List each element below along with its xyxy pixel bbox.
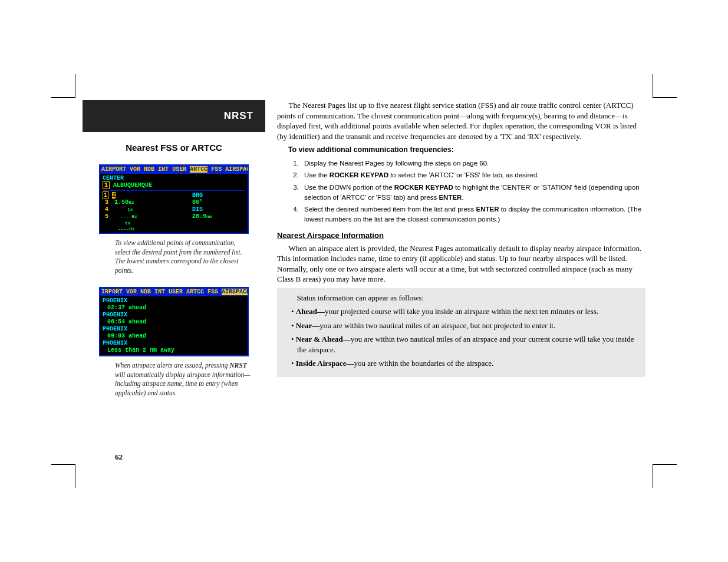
step-3: Use the DOWN portion of the ROCKER KEYPA… (301, 183, 645, 203)
device-screen-artcc: AIRPORT VOR NDB INT USER ARTCC FSS AIRSP… (99, 164, 249, 234)
status-near-ahead: Near & Ahead—you are within two nautical… (291, 334, 637, 355)
crop-mark-br (653, 464, 677, 488)
page-content: NRST Nearest FSS or ARTCC AIRPORT VOR ND… (83, 100, 645, 462)
screen2-active-tab: AIRSPACE (222, 289, 248, 295)
screen2-tabs: IRPORT VOR NDB INT USER ARTCC FSS AIRSPA… (100, 288, 248, 296)
left-column: NRST Nearest FSS or ARTCC AIRPORT VOR ND… (83, 100, 265, 398)
dis-value: 28.9 (192, 213, 206, 220)
page-number: 62 (115, 452, 123, 462)
center-name: 1 ALBUQUERQUE (103, 182, 245, 189)
crop-mark-tr (653, 74, 677, 98)
brg-label: BRG (192, 192, 245, 199)
airspace-row-3: PHOENIXLess than 2 nm away (103, 340, 245, 354)
intro-paragraph: The Nearest Pages list up to five neares… (277, 100, 645, 141)
section-header: NRST (83, 100, 265, 132)
step-1: Display the Nearest Pages by following t… (301, 158, 645, 168)
device-screen-airspace: IRPORT VOR NDB INT USER ARTCC FSS AIRSPA… (99, 287, 249, 356)
status-lead: Status information can appear as follows… (285, 293, 637, 303)
crop-mark-tl (51, 74, 75, 98)
step-2: Use the ROCKER KEYPAD to select the 'ART… (301, 170, 645, 180)
caption-2: When airspace alerts are issued, pressin… (83, 361, 265, 398)
status-near: Near—you are within two nautical miles o… (291, 320, 637, 331)
brg-value: 86° (192, 199, 245, 206)
status-list: Ahead—your projected course will take yo… (285, 306, 637, 369)
screen1-active-tab: ARTCC (190, 166, 207, 173)
step-4: Select the desired numbered item from th… (301, 204, 645, 225)
status-ahead: Ahead—your projected course will take yo… (291, 306, 637, 317)
airspace-row-0: PHOENIX02:37 ahead (103, 297, 245, 312)
nrst-key-ref: NRST (229, 362, 246, 369)
dis-label: DIS (192, 206, 245, 213)
airspace-row-2: PHOENIX09:03 ahead (103, 326, 245, 340)
status-inside: Inside Airspace—you are within the bound… (291, 358, 637, 369)
airspace-info-heading: Nearest Airspace Information (277, 231, 645, 240)
right-column: The Nearest Pages list up to five neares… (277, 100, 645, 377)
crop-mark-bl (51, 464, 75, 488)
caption-1: To view additional points of communicati… (83, 239, 265, 275)
procedure-title: To view additional communication frequen… (277, 145, 645, 155)
airspace-info-paragraph: When an airspace alert is provided, the … (277, 243, 645, 285)
screen1-tabs: AIRPORT VOR NDB INT USER ARTCC FSS AIRSP… (100, 166, 248, 174)
airspace-row-1: PHOENIX06:54 ahead (103, 312, 245, 326)
procedure-steps: Display the Nearest Pages by following t… (301, 158, 645, 225)
center-label: CENTER (103, 175, 245, 182)
status-box: Status information can appear as follows… (277, 288, 645, 377)
section-subtitle: Nearest FSS or ARTCC (83, 143, 265, 153)
